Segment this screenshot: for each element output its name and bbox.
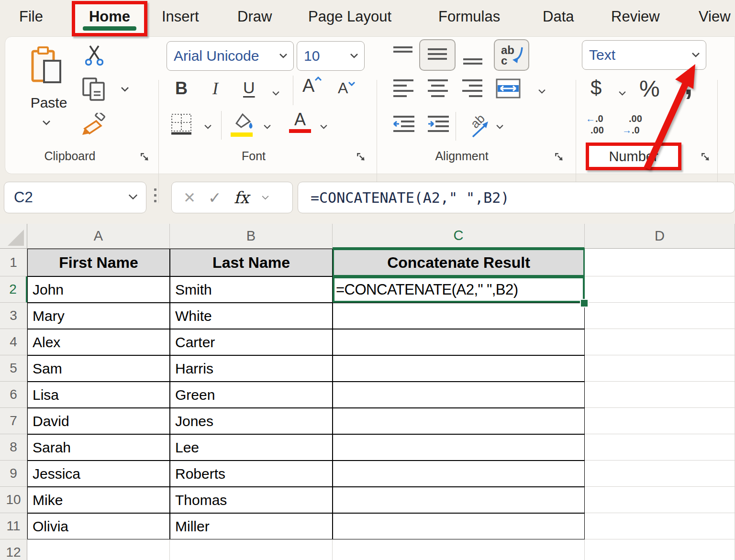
font-dialog-launcher-icon[interactable] [356, 152, 367, 163]
row-header-4[interactable]: 4 [0, 329, 27, 355]
column-header-c[interactable]: C [333, 224, 585, 249]
cell-C9[interactable] [333, 461, 585, 487]
increase-decimal-button[interactable]: ←.0 .00 [586, 113, 617, 138]
cell-B4[interactable]: Carter [170, 329, 333, 355]
tab-file[interactable]: File [19, 6, 43, 27]
cell-B10[interactable]: Thomas [170, 487, 333, 513]
cell-D12[interactable] [585, 539, 735, 560]
formula-input[interactable]: =CONCATENATE(A2," ",B2) [298, 182, 735, 213]
borders-dropdown-chevron[interactable] [204, 122, 212, 131]
name-box-chevron[interactable] [128, 193, 138, 202]
cell-C10[interactable] [333, 487, 585, 513]
underline-button[interactable]: U [243, 78, 255, 97]
borders-button[interactable] [170, 113, 192, 137]
cell-C4[interactable] [333, 329, 585, 355]
row-header-9[interactable]: 9 [0, 461, 27, 487]
cell-B8[interactable]: Lee [170, 434, 333, 461]
cell-A6[interactable]: Lisa [27, 382, 170, 408]
paste-button[interactable] [31, 46, 62, 85]
cell-D5[interactable] [585, 355, 735, 382]
increase-indent-button[interactable] [427, 115, 450, 137]
currency-format-button[interactable]: $ [590, 77, 601, 99]
tab-page-layout[interactable]: Page Layout [308, 6, 391, 27]
tab-formulas[interactable]: Formulas [438, 6, 500, 27]
cell-C12[interactable] [333, 539, 585, 560]
copy-dropdown-chevron[interactable] [121, 85, 129, 94]
number-dialog-launcher-icon[interactable] [701, 152, 711, 163]
cell-B11[interactable]: Miller [170, 513, 333, 539]
cell-D8[interactable] [585, 434, 735, 461]
align-right-button[interactable] [461, 78, 483, 101]
fill-color-dropdown-chevron[interactable] [263, 122, 271, 131]
increase-font-size-button[interactable]: A [302, 77, 314, 95]
tab-review[interactable]: Review [611, 6, 660, 27]
cell-D4[interactable] [585, 329, 735, 355]
paste-dropdown-chevron[interactable] [42, 119, 51, 127]
cell-A5[interactable]: Sam [27, 355, 170, 382]
cell-C5[interactable] [333, 355, 585, 382]
row-header-10[interactable]: 10 [0, 487, 27, 513]
decrease-decimal-button[interactable]: .00 →.0 [622, 113, 654, 138]
font-name-combo[interactable]: Arial Unicode [167, 41, 294, 71]
cell-C6[interactable] [333, 382, 585, 408]
cell-A1[interactable]: First Name [27, 249, 170, 276]
alignment-dialog-launcher-icon[interactable] [554, 152, 565, 163]
cell-A4[interactable]: Alex [27, 329, 170, 355]
align-middle-button[interactable] [419, 39, 456, 71]
wrap-text-button[interactable]: ab c [494, 39, 529, 71]
chevron-down-icon[interactable] [350, 52, 358, 60]
chevron-down-icon[interactable] [691, 51, 700, 59]
fill-handle[interactable] [580, 299, 589, 307]
cell-A2[interactable]: John [27, 276, 170, 303]
cell-D10[interactable] [585, 487, 735, 513]
percent-format-button[interactable]: % [639, 76, 660, 102]
cut-button[interactable] [85, 45, 103, 68]
align-bottom-button[interactable] [462, 50, 483, 69]
align-top-button[interactable] [392, 46, 413, 65]
merge-dropdown-chevron[interactable] [538, 87, 546, 96]
copy-button[interactable] [81, 77, 106, 103]
row-header-6[interactable]: 6 [0, 382, 27, 408]
cell-D6[interactable] [585, 382, 735, 408]
tab-home[interactable]: Home [75, 8, 144, 25]
font-size-combo[interactable]: 10 [297, 41, 365, 71]
orientation-button[interactable]: ab [466, 111, 493, 140]
formula-bar-drag-handle[interactable] [154, 188, 156, 202]
cell-D7[interactable] [585, 408, 735, 434]
row-header-2[interactable]: 2 [0, 276, 27, 303]
select-all-button[interactable] [0, 224, 27, 249]
cell-C11[interactable] [333, 513, 585, 539]
cell-D2[interactable] [585, 276, 735, 303]
align-center-button[interactable] [427, 78, 449, 101]
insert-function-icon[interactable]: fx [234, 188, 249, 207]
cell-D3[interactable] [585, 303, 735, 329]
row-header-7[interactable]: 7 [0, 408, 27, 434]
cell-B6[interactable]: Green [170, 382, 333, 408]
cell-C3[interactable] [333, 303, 585, 329]
cell-B7[interactable]: Jones [170, 408, 333, 434]
font-color-dropdown-chevron[interactable] [320, 122, 328, 131]
fx-dropdown-chevron[interactable] [261, 193, 269, 202]
row-header-8[interactable]: 8 [0, 434, 27, 461]
orientation-dropdown-chevron[interactable] [496, 122, 504, 131]
row-header-12[interactable]: 12 [0, 539, 27, 560]
row-header-5[interactable]: 5 [0, 355, 27, 382]
cell-B9[interactable]: Roberts [170, 461, 333, 487]
tab-draw[interactable]: Draw [237, 6, 272, 27]
decrease-font-size-button[interactable]: A [338, 80, 348, 96]
cell-A3[interactable]: Mary [27, 303, 170, 329]
cell-A7[interactable]: David [27, 408, 170, 434]
currency-dropdown-chevron[interactable] [618, 89, 626, 98]
column-header-d[interactable]: D [585, 224, 735, 249]
column-header-b[interactable]: B [170, 224, 333, 249]
format-painter-button[interactable] [81, 113, 107, 138]
cell-A8[interactable]: Sarah [27, 434, 170, 461]
chevron-down-icon[interactable] [279, 52, 288, 60]
cell-B2[interactable]: Smith [170, 276, 333, 303]
tab-data[interactable]: Data [543, 6, 574, 27]
cell-C2-active[interactable]: =CONCATENATE(A2," ",B2) [333, 276, 585, 303]
cell-A12[interactable] [27, 539, 170, 560]
row-header-3[interactable]: 3 [0, 303, 27, 329]
tab-insert[interactable]: Insert [162, 6, 199, 27]
cell-B1[interactable]: Last Name [170, 249, 333, 276]
